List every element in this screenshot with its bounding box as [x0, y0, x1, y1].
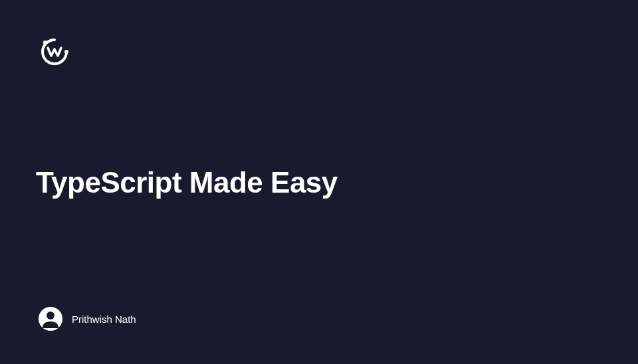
author-section: Prithwish Nath: [39, 307, 136, 331]
brand-logo-icon: [39, 36, 70, 68]
author-name: Prithwish Nath: [72, 314, 136, 325]
svg-point-1: [64, 50, 68, 54]
svg-point-3: [47, 312, 54, 319]
svg-point-0: [43, 41, 47, 45]
avatar-icon: [39, 307, 62, 331]
page-title: TypeScript Made Easy: [36, 166, 338, 199]
